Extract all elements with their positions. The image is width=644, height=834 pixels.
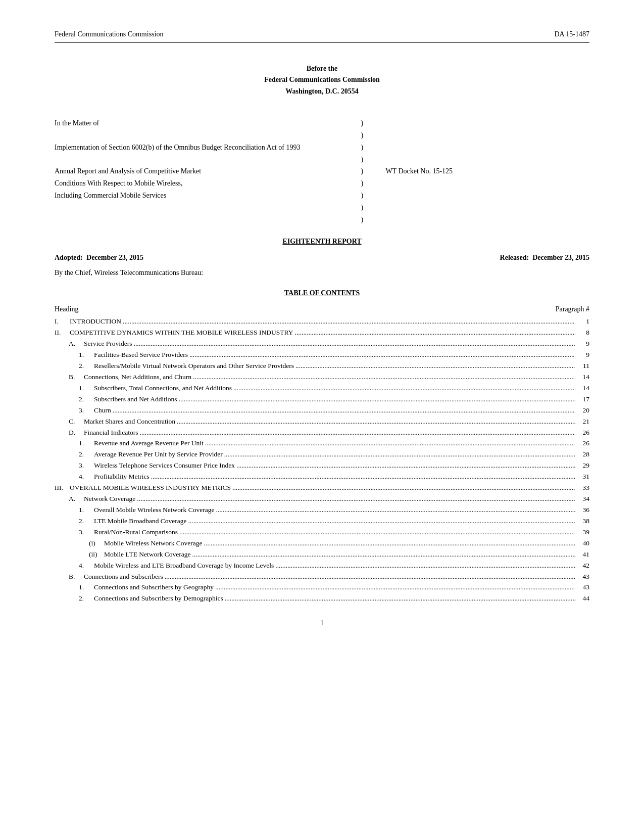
toc-entry-para: 26 <box>575 428 589 438</box>
toc-entry-number: B. <box>55 572 84 582</box>
table-of-contents-row: 1.Connections and Subscribers by Geograp… <box>55 582 589 593</box>
toc-entry-number: III. <box>55 483 70 493</box>
toc-entry-para: 28 <box>575 449 589 460</box>
toc-entry-number: 1. <box>55 383 94 394</box>
toc-entry-text: Mobile Wireless and LTE Broadband Covera… <box>94 561 274 571</box>
toc-entry-number: 1. <box>55 350 94 360</box>
toc-entry-number: 4. <box>55 561 94 571</box>
toc-entry-para: 42 <box>575 561 589 571</box>
table-of-contents-row: I.INTRODUCTION..........................… <box>55 316 589 327</box>
toc-dots: ........................................… <box>135 494 575 504</box>
toc-entry-number: II. <box>55 328 70 338</box>
toc-dots: ........................................… <box>191 372 575 383</box>
toc-entry-text: Wireless Telephone Services Consumer Pri… <box>94 460 235 471</box>
adopted-released-line: Adopted: December 23, 2015 Released: Dec… <box>55 254 589 262</box>
toc-entry-para: 14 <box>575 383 589 394</box>
toc-entry-text: Connections, Net Additions, and Churn <box>84 372 191 383</box>
matter-parens: ) ) ) ) ) ) ) ) ) <box>349 117 375 225</box>
toc-entry-number: 1. <box>55 438 94 449</box>
toc-header-row: Heading Paragraph # <box>55 305 589 313</box>
toc-entry-text: Connections and Subscribers by Geography <box>94 582 214 593</box>
table-of-contents-row: A.Network Coverage......................… <box>55 494 589 504</box>
toc-entry-para: 34 <box>575 494 589 504</box>
table-of-contents-row: 2.LTE Mobile Broadband Coverage.........… <box>55 516 589 527</box>
toc-entry-number: (ii) <box>55 549 104 560</box>
table-of-contents-row: 4.Mobile Wireless and LTE Broadband Cove… <box>55 561 589 571</box>
docket-number: WT Docket No. 15-125 <box>385 167 453 175</box>
toc-entry-number: A. <box>55 339 84 349</box>
toc-entry-text: Overall Mobile Wireless Network Coverage <box>94 505 214 516</box>
toc-entry-text: Resellers/Mobile Virtual Network Operato… <box>94 361 294 372</box>
toc-entry-number: (i) <box>55 538 104 549</box>
toc-entry-text: Network Coverage <box>84 494 135 504</box>
matter-item2-line2: Conditions With Respect to Mobile Wirele… <box>55 177 349 190</box>
table-of-contents-row: D.Financial Indicators..................… <box>55 428 589 438</box>
toc-entry-text: Market Shares and Concentration <box>84 416 175 427</box>
toc-entry-number: 1. <box>55 582 94 593</box>
toc-dots: ........................................… <box>232 383 575 394</box>
toc-dots: ........................................… <box>223 593 575 604</box>
toc-entry-text: Profitability Metrics <box>94 472 150 482</box>
toc-entry-number: 2. <box>55 361 94 372</box>
in-the-matter: In the Matter of <box>55 117 349 129</box>
toc-entry-text: Facilities-Based Service Providers <box>94 350 188 360</box>
toc-entry-number: 2. <box>55 394 94 405</box>
toc-heading-label: Heading <box>55 305 78 313</box>
toc-entry-text: Churn <box>94 405 111 416</box>
table-of-contents-row: 3.Churn.................................… <box>55 405 589 416</box>
toc-entry-para: 20 <box>575 405 589 416</box>
toc-dots: ........................................… <box>203 538 575 549</box>
table-of-contents-row: III.OVERALL MOBILE WIRELESS INDUSTRY MET… <box>55 483 589 493</box>
table-of-contents-row: (ii)Mobile LTE Network Coverage.........… <box>55 549 589 560</box>
toc-entry-text: Subscribers and Net Additions <box>94 394 177 405</box>
toc-entry-text: INTRODUCTION <box>70 316 121 327</box>
toc-dots: ........................................… <box>111 405 575 416</box>
toc-entry-para: 41 <box>575 549 589 560</box>
toc-entry-para: 40 <box>575 538 589 549</box>
table-of-contents-row: 1.Subscribers, Total Connections, and Ne… <box>55 383 589 394</box>
toc-dots: ........................................… <box>204 438 575 449</box>
table-of-contents-row: 2.Resellers/Mobile Virtual Network Opera… <box>55 361 589 372</box>
matter-left: In the Matter of Implementation of Secti… <box>55 117 349 225</box>
header-bar: Federal Communications Commission DA 15-… <box>55 30 589 43</box>
toc-entry-text: Average Revenue Per Unit by Service Prov… <box>94 449 223 460</box>
center-header-line1: Before the <box>55 63 589 74</box>
table-of-contents-row: 1.Revenue and Average Revenue Per Unit..… <box>55 438 589 449</box>
toc-entry-para: 43 <box>575 572 589 582</box>
toc-entry-para: 39 <box>575 527 589 538</box>
table-of-contents-row: 3.Wireless Telephone Services Consumer P… <box>55 460 589 471</box>
by-chief: By the Chief, Wireless Telecommunication… <box>55 269 589 277</box>
toc-entry-para: 29 <box>575 460 589 471</box>
toc-title: TABLE OF CONTENTS <box>55 289 589 297</box>
matter-section: In the Matter of Implementation of Secti… <box>55 117 589 225</box>
toc-entry-para: 38 <box>575 516 589 527</box>
toc-dots: ........................................… <box>188 350 575 360</box>
center-header-line2: Federal Communications Commission <box>55 74 589 85</box>
toc-entry-para: 21 <box>575 416 589 427</box>
toc-dots: ........................................… <box>150 472 575 482</box>
toc-entry-text: Connections and Subscribers by Demograph… <box>94 593 223 604</box>
toc-dots: ........................................… <box>132 339 575 349</box>
toc-dots: ........................................… <box>121 316 575 327</box>
toc-entry-text: Mobile LTE Network Coverage <box>104 549 191 560</box>
header-left: Federal Communications Commission <box>55 30 163 38</box>
toc-entry-para: 9 <box>575 350 589 360</box>
page-number: 1 <box>55 619 589 627</box>
table-of-contents-row: B.Connections and Subscribers...........… <box>55 572 589 582</box>
page: Federal Communications Commission DA 15-… <box>0 0 644 834</box>
toc-entry-number: 1. <box>55 505 94 516</box>
toc-entry-para: 33 <box>575 483 589 493</box>
table-of-contents-row: 2.Connections and Subscribers by Demogra… <box>55 593 589 604</box>
released-label: Released: December 23, 2015 <box>500 254 589 262</box>
toc-entry-text: Service Providers <box>84 339 132 349</box>
toc-entry-para: 31 <box>575 472 589 482</box>
table-of-contents-row: 3.Rural/Non-Rural Comparisons...........… <box>55 527 589 538</box>
toc-dots: ........................................… <box>138 428 575 438</box>
toc-entry-text: Revenue and Average Revenue Per Unit <box>94 438 204 449</box>
table-of-contents-row: (i)Mobile Wireless Network Coverage.....… <box>55 538 589 549</box>
table-of-contents-row: 2.Subscribers and Net Additions.........… <box>55 394 589 405</box>
toc-entry-para: 14 <box>575 372 589 383</box>
table-of-contents-row: B.Connections, Net Additions, and Churn.… <box>55 372 589 383</box>
toc-entry-para: 9 <box>575 339 589 349</box>
toc-entry-text: LTE Mobile Broadband Coverage <box>94 516 187 527</box>
